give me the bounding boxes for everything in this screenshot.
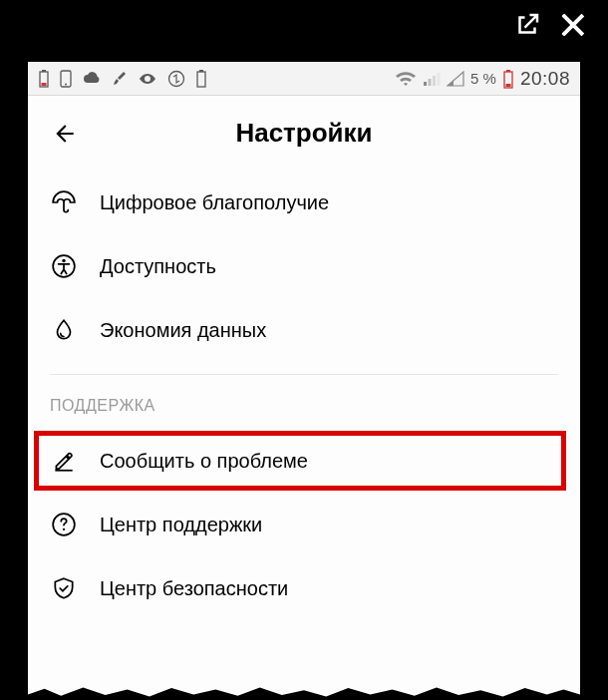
svg-rect-9 [424, 82, 427, 86]
close-icon[interactable] [556, 8, 590, 42]
sync-icon [167, 70, 185, 88]
divider [50, 374, 558, 375]
device-frame: 5 % 20:08 Настройки Цифровое благополучи… [0, 0, 608, 700]
status-bar: 5 % 20:08 [28, 62, 580, 96]
svg-rect-1 [42, 70, 46, 72]
signal2-icon [447, 71, 464, 87]
support-item-label: Сообщить о проблеме [100, 450, 308, 473]
umbrella-icon [50, 188, 78, 216]
wifi-icon [395, 71, 417, 87]
eye-icon [138, 72, 157, 86]
svg-point-17 [62, 259, 65, 262]
svg-rect-2 [42, 83, 47, 86]
svg-rect-12 [438, 73, 441, 86]
signal-icon [423, 71, 441, 87]
droplet-icon [50, 316, 78, 344]
page-title: Настройки [80, 118, 528, 149]
svg-point-4 [65, 83, 67, 85]
svg-point-20 [63, 528, 65, 530]
help-circle-icon [50, 511, 78, 538]
frame-controls [512, 8, 590, 42]
battery-percent-text: 5 % [470, 70, 496, 87]
clock-text: 20:08 [520, 68, 570, 90]
phone-screen: 5 % 20:08 Настройки Цифровое благополучи… [28, 62, 580, 700]
support-item-safety-center[interactable]: Центр безопасности [50, 556, 558, 620]
cloud-icon [82, 72, 102, 86]
battery2-icon [195, 70, 207, 88]
support-item-label: Центр безопасности [100, 577, 288, 600]
svg-rect-14 [506, 70, 510, 72]
settings-item-label: Доступность [100, 255, 216, 278]
settings-item-wellbeing[interactable]: Цифровое благополучие [50, 171, 558, 234]
svg-point-5 [147, 77, 150, 80]
app-header: Настройки [28, 96, 580, 171]
svg-rect-7 [197, 72, 205, 87]
brush-icon [112, 70, 128, 88]
back-button[interactable] [50, 119, 80, 149]
battery-low-icon [502, 69, 514, 89]
section-header-support: ПОДДЕРЖКА [50, 397, 558, 429]
settings-list: Цифровое благополучие Доступность Эконом… [28, 171, 580, 620]
svg-rect-8 [199, 70, 203, 72]
svg-rect-10 [429, 79, 432, 86]
open-external-icon[interactable] [512, 10, 542, 40]
settings-item-label: Экономия данных [100, 319, 266, 342]
settings-item-accessibility[interactable]: Доступность [50, 234, 558, 298]
svg-rect-11 [433, 76, 436, 86]
accessibility-icon [50, 252, 78, 280]
svg-rect-15 [505, 84, 510, 87]
phone-icon [60, 70, 72, 88]
support-item-help-center[interactable]: Центр поддержки [50, 493, 558, 556]
battery-status-icon [38, 70, 50, 88]
support-item-report-problem[interactable]: Сообщить о проблеме [50, 429, 558, 493]
support-item-label: Центр поддержки [100, 514, 262, 536]
settings-item-label: Цифровое благополучие [100, 191, 329, 214]
settings-item-data-saver[interactable]: Экономия данных [50, 298, 558, 362]
shield-check-icon [50, 574, 78, 602]
pencil-underline-icon [50, 447, 78, 475]
